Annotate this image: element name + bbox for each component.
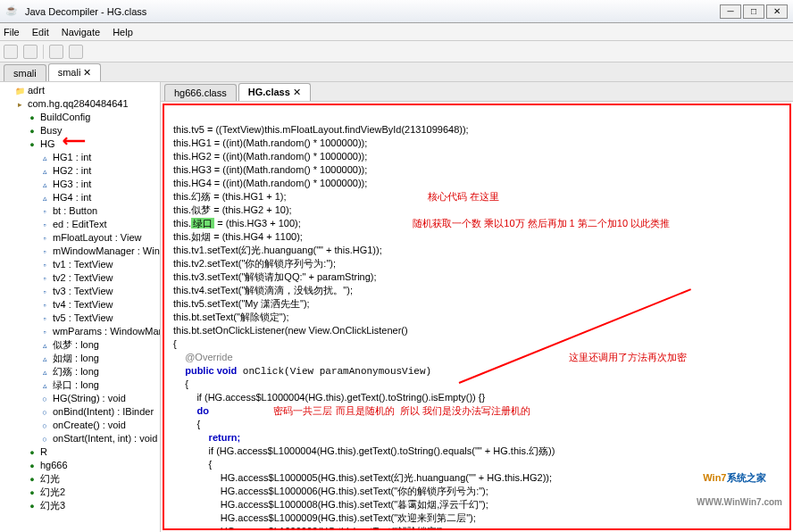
menu-file[interactable]: File bbox=[4, 27, 20, 37]
tree-buildconfig[interactable]: ●BuildConfig bbox=[27, 111, 158, 124]
separator bbox=[43, 45, 44, 59]
code-line: this.HG2 = ((int)(Math.random() * 100000… bbox=[173, 151, 367, 162]
annotation-4: 这里还调用了方法再次加密 bbox=[569, 352, 687, 362]
tree-ed[interactable]: ▫ed : EditText bbox=[39, 218, 158, 231]
code-line: HG.access$L1000009(HG.this).setText("欢迎来… bbox=[221, 512, 476, 523]
tree-tv1[interactable]: ▫tv1 : TextView bbox=[39, 258, 158, 271]
window-title: Java Decompiler - HG.class bbox=[25, 6, 146, 17]
code-line: { bbox=[196, 419, 200, 429]
tree-onstart[interactable]: ○onStart(Intent, int) : void bbox=[39, 432, 158, 445]
tab-hg666[interactable]: hg666.class bbox=[164, 84, 237, 101]
code-line: this.tv3.setText("解锁请加QQ:" + paramString… bbox=[173, 271, 377, 282]
menu-navigate[interactable]: Navigate bbox=[62, 27, 100, 37]
code-line: if (HG.access$L1000004(HG.this).getText(… bbox=[196, 392, 485, 403]
code-line: { bbox=[173, 338, 177, 349]
tree-onbind[interactable]: ○onBind(Intent) : IBinder bbox=[39, 405, 158, 419]
code-line: HG.access$L1000008(HG.this).setText("暮霭如… bbox=[221, 499, 488, 510]
tab-smali-2[interactable]: smali ✕ bbox=[48, 63, 102, 81]
tree-huanshang[interactable]: ▵幻殇 : long bbox=[39, 365, 158, 378]
menu-edit[interactable]: Edit bbox=[32, 27, 49, 37]
code-line: this.tv1.setText(幻光.huanguang("" + this.… bbox=[173, 245, 382, 255]
tree-adrt[interactable]: 📁adrt bbox=[14, 84, 158, 97]
open-icon[interactable] bbox=[4, 45, 18, 59]
main: 📁adrt ▸com.hg.qq2840484641 ●BuildConfig … bbox=[0, 82, 793, 532]
tree-simeng[interactable]: ▵似梦 : long bbox=[39, 338, 158, 352]
code-line: this.HG3 = ((int)(Math.random() * 100000… bbox=[173, 164, 367, 175]
code-line: HG.access$L1000003(HG.this).setText("解除锁… bbox=[221, 526, 447, 530]
annotation-1: 核心代码 在这里 bbox=[428, 191, 499, 202]
tree-tv2[interactable]: ▫tv2 : TextView bbox=[39, 271, 158, 285]
tree-hg4[interactable]: ▵HG4 : int bbox=[39, 191, 158, 204]
back-icon[interactable] bbox=[49, 45, 63, 59]
tree-hg2[interactable]: ▵HG2 : int bbox=[39, 164, 158, 178]
code-line: this.tv4.setText("解锁滴滴，没钱勿扰。"); bbox=[173, 285, 353, 295]
tree-panel[interactable]: 📁adrt ▸com.hg.qq2840484641 ●BuildConfig … bbox=[0, 82, 161, 532]
tree-pkg[interactable]: ▸com.hg.qq2840484641 ●BuildConfig ●Busy … bbox=[14, 97, 158, 512]
code-line: this.幻殇 = (this.HG1 + 1); bbox=[173, 191, 287, 202]
tree-bt[interactable]: ▫bt : Button bbox=[39, 204, 158, 218]
tree-busy[interactable]: ●Busy bbox=[27, 124, 158, 137]
tab-hgclass[interactable]: HG.class ✕ bbox=[238, 83, 311, 101]
code-line: this.似梦 = (this.HG2 + 10); bbox=[173, 204, 292, 215]
tree-lvkou[interactable]: ▵绿口 : long bbox=[39, 378, 158, 392]
editor-panel: hg666.class HG.class ✕ this.tv5 = ((Text… bbox=[161, 82, 793, 532]
menubar: File Edit Navigate Help bbox=[0, 23, 793, 41]
code-line: this.tv5.setText("My 潇洒先生"); bbox=[173, 298, 310, 309]
tree-hg3c[interactable]: ●幻光2 bbox=[27, 486, 158, 499]
code-line: { bbox=[185, 378, 188, 389]
maximize-button[interactable]: □ bbox=[743, 4, 764, 19]
code-line: return; bbox=[209, 432, 240, 443]
tree-rumeng[interactable]: ▵如烟 : long bbox=[39, 352, 158, 365]
tree-hg4c[interactable]: ●幻光3 bbox=[27, 499, 158, 512]
code-line: this.bt.setOnClickListener(new View.OnCl… bbox=[173, 325, 408, 336]
tree-hg3[interactable]: ▵HG3 : int bbox=[39, 178, 158, 191]
forward-icon[interactable] bbox=[69, 45, 83, 59]
tree-mfloat[interactable]: ▫mFloatLayout : View bbox=[39, 231, 158, 245]
code-editor[interactable]: this.tv5 = ((TextView)this.mFloatLayout.… bbox=[163, 104, 791, 530]
annotation-2: 随机获取一个数 乘以10万 然后再加 1 第二个加10 以此类推 bbox=[413, 218, 670, 229]
menu-help[interactable]: Help bbox=[113, 27, 133, 37]
tree-r[interactable]: ●R bbox=[27, 445, 158, 459]
code-line: if (HG.access$L1000004(HG.this).getText(… bbox=[209, 445, 555, 456]
code-line: this. bbox=[173, 218, 191, 229]
code-line: HG.access$L1000005(HG.this).setText(幻光.h… bbox=[221, 472, 552, 483]
app-icon: ☕ bbox=[5, 4, 20, 19]
red-annotation-line bbox=[459, 288, 691, 384]
code-line: this.tv5 = ((TextView)this.mFloatLayout.… bbox=[173, 124, 469, 135]
annotation-3: 密码一共三层 而且是随机的 所以 我们是没办法写注册机的 bbox=[273, 405, 530, 416]
outer-tabbar: smali smali ✕ bbox=[0, 62, 793, 82]
inner-tabbar: hg666.class HG.class ✕ bbox=[161, 82, 793, 102]
code-line: this.bt.setText("解除锁定"); bbox=[173, 312, 288, 322]
code-line: this.HG1 = ((int)(Math.random() * 100000… bbox=[173, 137, 367, 148]
tree-mwm[interactable]: ▫mWindowManager : WindowMan bbox=[39, 245, 158, 258]
tree-tv4[interactable]: ▫tv4 : TextView bbox=[39, 298, 158, 312]
red-arrow-icon: ⟵ bbox=[63, 135, 86, 148]
code-line: { bbox=[209, 459, 213, 470]
highlight: 绿口 bbox=[191, 218, 214, 229]
watermark: Win7系统之家 WWW.WinWin7.com bbox=[697, 459, 782, 521]
tree-hgstr[interactable]: ○HG(String) : void bbox=[39, 392, 158, 405]
tree-tv3[interactable]: ▫tv3 : TextView bbox=[39, 285, 158, 298]
tree-hg2c[interactable]: ●幻光 bbox=[27, 472, 158, 486]
minimize-button[interactable]: ─ bbox=[720, 4, 741, 19]
tree-oncreate[interactable]: ○onCreate() : void bbox=[39, 419, 158, 432]
save-icon[interactable] bbox=[23, 45, 38, 59]
tab-smali-1[interactable]: smali bbox=[4, 64, 46, 81]
tree-tv5[interactable]: ▫tv5 : TextView bbox=[39, 312, 158, 325]
code-line: this.如烟 = (this.HG4 + 1100); bbox=[173, 231, 303, 242]
close-button[interactable]: ✕ bbox=[766, 4, 788, 19]
code-line: do bbox=[196, 405, 208, 416]
code-line: this.HG4 = ((int)(Math.random() * 100000… bbox=[173, 178, 367, 188]
code-line: @Override bbox=[185, 352, 232, 362]
tree-wmp[interactable]: ▫wmParams : WindowManager.Lay bbox=[39, 325, 158, 338]
tree-hg1[interactable]: ▵HG1 : int bbox=[39, 151, 158, 164]
code-line: this.tv2.setText("你的解锁序列号为:"); bbox=[173, 258, 336, 269]
tree-hg666[interactable]: ●hg666 bbox=[27, 459, 158, 472]
toolbar bbox=[0, 41, 793, 62]
window-buttons: ─ □ ✕ bbox=[720, 4, 788, 19]
tree-hg[interactable]: ●HG⟵ ▵HG1 : int ▵HG2 : int ▵HG3 : int ▵H… bbox=[27, 137, 158, 445]
titlebar: ☕ Java Decompiler - HG.class ─ □ ✕ bbox=[0, 0, 793, 23]
code-line: HG.access$L1000006(HG.this).setText("你的解… bbox=[221, 486, 488, 496]
